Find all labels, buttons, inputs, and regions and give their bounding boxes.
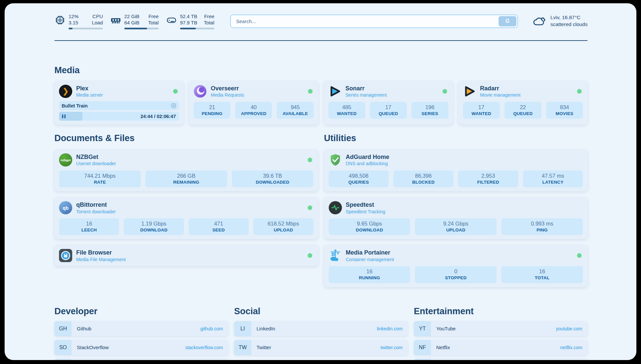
app-name: Sonarr (346, 85, 387, 92)
status-online-dot (173, 89, 178, 94)
app-name: NZBGet (76, 154, 116, 161)
app-name: File Browser (76, 249, 126, 256)
bookmark-url: linkedin.com (377, 321, 403, 336)
cpu-stat: 12% 3.15 CPU Load (54, 13, 103, 29)
google-search-button[interactable]: G (499, 16, 516, 26)
ram-stat: 22 GiB 64 GiB Free Total (110, 13, 159, 29)
cpu-usage: 12% (69, 13, 78, 20)
stat-available: 945AVAILABLE (277, 102, 314, 119)
top-bar: 12% 3.15 CPU Load (54, 12, 588, 31)
bookmark-youtube[interactable]: YT YouTube youtube.com (414, 321, 588, 336)
bookmark-name: Github (77, 321, 91, 336)
bookmark-name: DEV (77, 359, 87, 360)
app-name: Radarr (480, 85, 521, 92)
ram-label-1: Free (148, 13, 159, 20)
app-name: Plex (76, 85, 103, 92)
bookmark-name: YouTube (436, 321, 456, 336)
bookmark-url: github.com (200, 321, 223, 336)
bookmark-github[interactable]: GH Github github.com (54, 321, 228, 336)
disk-total: 97.9 TB (180, 19, 197, 26)
stat-queries: 498,508QUERIES (329, 170, 389, 187)
search-input[interactable] (230, 15, 518, 28)
app-subtitle: Series management (346, 92, 387, 98)
app-card-adguard[interactable]: AdGuard Home DNS and adblocking 498,508Q… (324, 149, 588, 191)
sonarr-logo-icon (328, 85, 342, 98)
stat-series: 196SERIES (412, 102, 448, 119)
app-card-nzbget[interactable]: nzbget NZBGet Usenet downloader 744.21 M… (54, 149, 318, 191)
app-name: Speedtest (346, 201, 385, 208)
playback-progress-row: 24:44 / 02:06:47 (59, 112, 179, 121)
app-card-plex[interactable]: ❯ Plex Media server Bullet Train (54, 81, 184, 125)
playback-time: 24:44 / 02:06:47 (140, 114, 176, 119)
app-card-portainer[interactable]: Media Portainer Container management 16R… (324, 245, 588, 287)
section-title-utilities: Utilities (324, 133, 588, 143)
app-card-overseerr[interactable]: Overseerr Media Requests 21PENDING 40APP… (189, 81, 318, 125)
bookmark-linkedin[interactable]: LI LinkedIn linkedin.com (234, 321, 408, 336)
bookmark-stackoverflow[interactable]: SO StackOverflow stackoverflow.com (54, 340, 228, 355)
stat-queued: 17QUEUED (370, 102, 407, 119)
app-card-filebrowser[interactable]: File Browser Media File Management (54, 245, 318, 266)
bookmark-netflix[interactable]: NF Netflix netflix.com (414, 340, 588, 355)
stat-upload: 9.24 GbpsUPLOAD (415, 218, 497, 235)
radarr-logo-icon (463, 85, 476, 98)
stat-movies: 834MOVIES (546, 102, 583, 119)
bookmark-name: StackOverflow (77, 340, 109, 355)
stat-stopped: 0STOPPED (415, 266, 497, 283)
app-subtitle: Media Requests (211, 92, 244, 98)
app-card-qbittorrent[interactable]: qb qBittorrent Torrent downloader 16LEEC… (54, 197, 318, 239)
pause-icon (62, 114, 66, 118)
stat-ping: 0.993 msPING (501, 218, 583, 235)
status-online-dot (308, 253, 312, 258)
disk-stat: 52.4 TB 97.9 TB Free Total (166, 13, 214, 29)
search-bar: G (230, 15, 518, 28)
bookmark-twitter[interactable]: TW Twitter twitter.com (234, 340, 408, 355)
session-icon (171, 103, 176, 108)
ram-label-2: Total (148, 19, 159, 26)
adguard-logo-icon (329, 153, 342, 167)
cpu-label-2: Load (92, 19, 103, 26)
overseerr-logo-icon (194, 85, 207, 98)
status-online-dot (308, 205, 312, 210)
stat-pending: 21PENDING (194, 102, 230, 119)
media-grid: ❯ Plex Media server Bullet Train (54, 81, 588, 125)
bookmark-url: netflix.com (560, 340, 582, 355)
ram-total: 64 GiB (124, 19, 139, 26)
cpu-progress-bar (69, 28, 103, 29)
stat-rate: 744.21 MbpsRATE (59, 170, 141, 187)
bookmark-url: stackoverflow.com (185, 340, 223, 355)
status-online-dot (308, 158, 312, 162)
bookmark-badge: LI (234, 321, 251, 336)
cloud-icon (533, 15, 546, 27)
section-title-developer: Developer (54, 306, 228, 317)
app-subtitle: Movie management (480, 92, 521, 98)
bookmark-badge: SO (54, 340, 72, 355)
stat-filtered: 2,953FILTERED (458, 170, 518, 187)
weather-widget: Lviv, 16.87°C scattered clouds (533, 14, 588, 28)
cpu-label-1: CPU (92, 13, 103, 20)
app-card-radarr[interactable]: Radarr Movie management 17WANTED 22QUEUE… (458, 81, 588, 125)
app-subtitle: Media server (76, 92, 103, 98)
status-online-dot (443, 89, 447, 94)
stat-total: 16TOTAL (501, 266, 583, 283)
header-divider (54, 40, 588, 41)
app-name: AdGuard Home (346, 154, 389, 161)
ram-icon (110, 15, 121, 26)
stat-remaining: 266 GBREMAINING (145, 170, 227, 187)
stat-queued: 22QUEUED (504, 102, 541, 119)
stat-wanted: 17WANTED (463, 102, 500, 119)
now-playing-row: Bullet Train (59, 101, 179, 110)
bookmark-reddit[interactable]: RE Reddit reddit.com (414, 359, 588, 360)
weather-location-temp: Lviv, 16.87°C (550, 14, 588, 21)
bookmark-dev[interactable]: DT DEV dev.to (54, 359, 228, 360)
status-online-dot (308, 89, 313, 94)
app-card-sonarr[interactable]: Sonarr Series management 485WANTED 17QUE… (324, 81, 453, 125)
bookmark-badge: GH (54, 321, 72, 336)
bookmark-badge: DT (54, 359, 72, 360)
bookmark-url: reddit.com (561, 359, 582, 360)
app-card-speedtest[interactable]: Speedtest Speedtest Tracking 9.65 GbpsDO… (324, 197, 588, 239)
stat-upload: 618.52 MbpsUPLOAD (253, 218, 313, 235)
bookmark-name: Twitter (257, 340, 271, 355)
cpu-icon (54, 15, 66, 26)
stat-blocked: 86,396BLOCKED (393, 170, 453, 187)
stat-downloaded: 39.6 TBDOWNLOADED (232, 170, 314, 187)
